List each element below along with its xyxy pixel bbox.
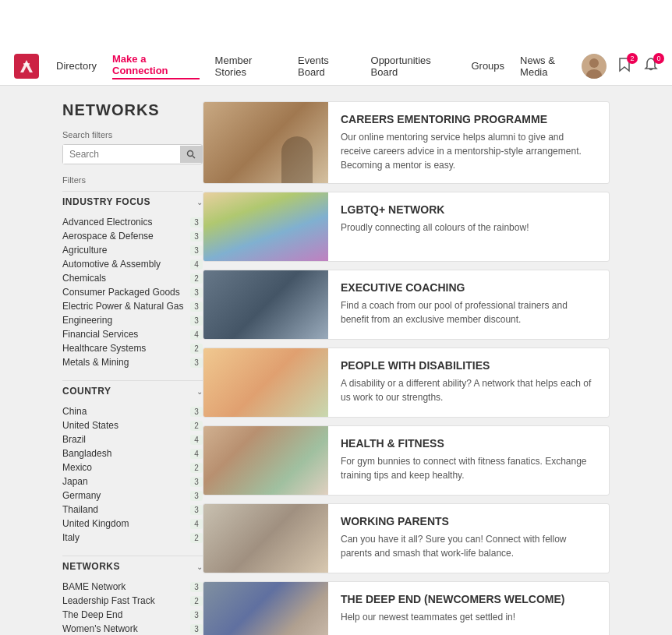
- filter-item-count: 3: [190, 610, 203, 620]
- networks-label: NETWORKS: [62, 561, 120, 572]
- nav-groups[interactable]: Groups: [471, 60, 504, 72]
- sidebar: NETWORKS Search filters Filters INDUSTRY…: [62, 101, 203, 635]
- filter-item[interactable]: Leadership Fast Track2: [62, 594, 203, 608]
- card-title: CAREERS EMENTORING PROGRAMME: [341, 113, 596, 125]
- filter-item-label: Financial Services: [62, 329, 138, 340]
- card-image: [203, 426, 328, 495]
- filter-item-count: 3: [190, 245, 203, 256]
- search-button[interactable]: [180, 146, 202, 163]
- nav-links: Directory Make a Connection Member Stori…: [56, 53, 582, 79]
- filter-item[interactable]: Japan3: [62, 474, 203, 489]
- filter-item[interactable]: Bangladesh4: [62, 446, 203, 460]
- cards-area: CAREERS EMENTORING PROGRAMME Our online …: [203, 101, 610, 635]
- filter-item-label: Electric Power & Natural Gas: [62, 301, 183, 312]
- filter-item[interactable]: The Deep End3: [62, 608, 203, 622]
- nav-events-board[interactable]: Events Board: [298, 55, 355, 78]
- filter-item[interactable]: Engineering3: [62, 313, 203, 327]
- filter-item[interactable]: China3: [62, 404, 203, 418]
- nav-make-connection[interactable]: Make a Connection: [112, 53, 200, 79]
- svg-point-5: [589, 58, 599, 68]
- filter-item[interactable]: Consumer Packaged Goods3: [62, 285, 203, 299]
- filter-item-count: 3: [190, 288, 203, 298]
- filter-item-count: 2: [190, 596, 203, 606]
- filter-item[interactable]: Agriculture3: [62, 243, 203, 257]
- card-desc: A disability or a different ability? A n…: [341, 376, 596, 404]
- filter-item[interactable]: Women's Network3: [62, 622, 203, 635]
- filter-item-count: 2: [190, 463, 203, 473]
- network-card[interactable]: PEOPLE WITH DISABILITIES A disability or…: [203, 347, 610, 418]
- card-image: [203, 102, 328, 183]
- filter-item[interactable]: Aerospace & Defense3: [62, 229, 203, 243]
- card-desc: For gym bunnies to connect with fitness …: [341, 454, 596, 482]
- notifications-button[interactable]: 0: [642, 56, 660, 76]
- search-filters-label: Search filters: [62, 130, 203, 139]
- notifications-badge: 0: [653, 53, 664, 64]
- filter-item[interactable]: Advanced Electronics3: [62, 215, 203, 229]
- filter-item[interactable]: Germany3: [62, 489, 203, 503]
- filter-item-count: 3: [190, 582, 203, 592]
- messages-button[interactable]: 2: [616, 56, 633, 76]
- network-card[interactable]: CAREERS EMENTORING PROGRAMME Our online …: [203, 101, 610, 184]
- filter-item[interactable]: BAME Network3: [62, 580, 203, 594]
- search-input[interactable]: [63, 145, 180, 164]
- filter-item-count: 3: [190, 407, 203, 417]
- filter-item-label: Bangladesh: [62, 448, 111, 459]
- filter-item[interactable]: Electric Power & Natural Gas3: [62, 299, 203, 313]
- network-card[interactable]: EXECUTIVE COACHING Find a coach from our…: [203, 270, 610, 340]
- filter-item-label: Brazil: [62, 434, 86, 445]
- filter-item[interactable]: Brazil4: [62, 432, 203, 446]
- country-label: COUNTRY: [62, 386, 111, 397]
- card-image: [203, 504, 328, 573]
- networks-header[interactable]: NETWORKS ⌄: [62, 556, 203, 577]
- nav-directory[interactable]: Directory: [56, 60, 97, 72]
- filter-item-label: Mexico: [62, 462, 92, 473]
- card-title: PEOPLE WITH DISABILITIES: [341, 359, 596, 372]
- filter-item-label: Consumer Packaged Goods: [62, 287, 180, 298]
- filter-item-count: 3: [190, 624, 203, 634]
- filter-item[interactable]: Italy2: [62, 531, 203, 545]
- main-content: NETWORKS Search filters Filters INDUSTRY…: [0, 86, 672, 635]
- filter-item-count: 3: [190, 491, 203, 501]
- industry-focus-header[interactable]: INDUSTRY FOCUS ⌄: [62, 191, 203, 212]
- filter-item[interactable]: Thailand3: [62, 503, 203, 517]
- filter-item-count: 3: [190, 231, 203, 242]
- nav-news-media[interactable]: News & Media: [520, 55, 582, 78]
- country-header[interactable]: COUNTRY ⌄: [62, 380, 203, 401]
- networks-chevron: ⌄: [196, 563, 203, 571]
- filter-item[interactable]: Automotive & Assembly4: [62, 257, 203, 271]
- card-desc: Our online mentoring service helps alumn…: [341, 130, 596, 172]
- user-avatar[interactable]: [582, 54, 607, 79]
- filter-item-count: 4: [190, 330, 203, 340]
- filter-item-label: Germany: [62, 490, 101, 501]
- nav-member-stories[interactable]: Member Stories: [215, 55, 282, 78]
- logo[interactable]: [12, 52, 41, 80]
- svg-rect-3: [23, 63, 30, 65]
- network-card[interactable]: HEALTH & FITNESS For gym bunnies to conn…: [203, 425, 610, 496]
- network-card[interactable]: LGBTQ+ NETWORK Proudly connecting all co…: [203, 192, 610, 262]
- filter-item-label: United Kingdom: [62, 518, 129, 529]
- card-image: [203, 582, 328, 635]
- filter-item[interactable]: United Kingdom4: [62, 517, 203, 531]
- industry-focus-chevron: ⌄: [196, 198, 203, 206]
- search-icon: [186, 150, 196, 159]
- filter-item[interactable]: Mexico2: [62, 460, 203, 474]
- nav-opportunities[interactable]: Opportunities Board: [371, 55, 456, 78]
- filter-item[interactable]: Chemicals2: [62, 271, 203, 285]
- filter-item[interactable]: Metals & Mining3: [62, 355, 203, 369]
- network-card[interactable]: THE DEEP END (NEWCOMERS WELCOME) Help ou…: [203, 581, 610, 635]
- filter-item[interactable]: Financial Services4: [62, 327, 203, 341]
- network-card[interactable]: WORKING PARENTS Can you have it all? Sur…: [203, 503, 610, 573]
- filter-item[interactable]: Healthcare Systems2: [62, 341, 203, 355]
- filter-item-count: 2: [190, 344, 203, 354]
- networks-section: NETWORKS ⌄ BAME Network3Leadership Fast …: [62, 556, 203, 635]
- filter-item-label: Chemicals: [62, 273, 106, 284]
- industry-focus-items: Advanced Electronics3Aerospace & Defense…: [62, 215, 203, 369]
- card-title: LGBTQ+ NETWORK: [341, 203, 596, 216]
- filter-item-label: Agriculture: [62, 245, 107, 256]
- filter-item-count: 4: [190, 259, 203, 270]
- page-wrapper: Directory Make a Connection Member Stori…: [0, 0, 672, 635]
- filter-item-label: Metals & Mining: [62, 357, 129, 368]
- filter-item-label: United States: [62, 420, 118, 431]
- filter-item-count: 4: [190, 449, 203, 459]
- filter-item[interactable]: United States2: [62, 418, 203, 432]
